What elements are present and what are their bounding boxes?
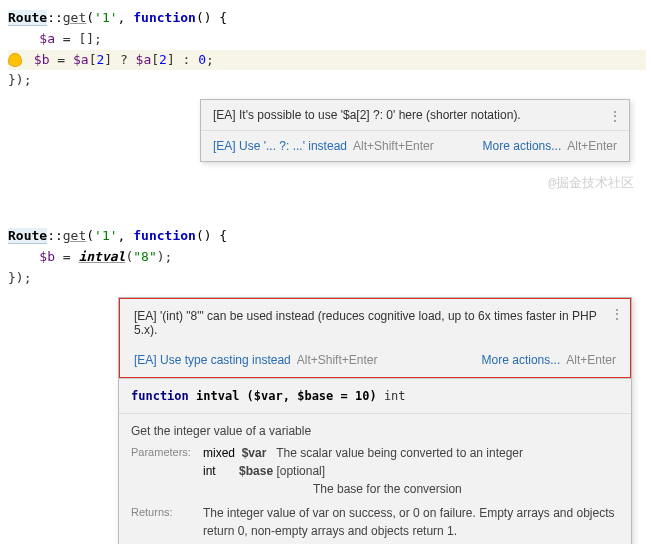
kebab-icon[interactable]: ⋮ xyxy=(610,306,623,322)
quickfix-link[interactable]: [EA] Use '... ?: ...' instead xyxy=(213,139,347,153)
shortcut-label: Alt+Shift+Enter xyxy=(353,139,434,153)
highlighted-line[interactable]: $b = $a[2] ? $a[2] : 0; xyxy=(8,50,646,71)
highlighted-quickfix: ⋮ [EA] '(int) "8"' can be used instead (… xyxy=(119,298,631,378)
kebab-icon[interactable]: ⋮ xyxy=(608,108,621,124)
method-get: get xyxy=(63,228,86,243)
code-line: $b = intval("8"); xyxy=(8,247,646,268)
code-line: Route::get('1', function() { xyxy=(8,226,646,247)
lightbulb-icon[interactable] xyxy=(8,53,22,67)
shortcut-label: Alt+Shift+Enter xyxy=(297,353,378,367)
more-actions-link[interactable]: More actions... xyxy=(482,353,561,367)
doc-parameters: Parameters: mixed $var The scalar value … xyxy=(119,444,631,504)
code-line: }); xyxy=(8,268,646,289)
inspection-popup-1: ⋮ [EA] It's possible to use '$a[2] ?: 0'… xyxy=(200,99,630,162)
quickfix-link[interactable]: [EA] Use type casting instead xyxy=(134,353,291,367)
more-actions-link[interactable]: More actions... xyxy=(483,139,562,153)
code-block-1: Route::get('1', function() { $a = []; $b… xyxy=(0,4,654,95)
class-route: Route xyxy=(8,10,47,26)
watermark-text: @掘金技术社区 xyxy=(548,174,634,192)
doc-summary: Get the integer value of a variable xyxy=(119,414,631,444)
code-block-2: Route::get('1', function() { $b = intval… xyxy=(0,222,654,292)
code-line: Route::get('1', function() { xyxy=(8,8,646,29)
shortcut-label: Alt+Enter xyxy=(566,353,616,367)
doc-returns: Returns: The integer value of var on suc… xyxy=(119,504,631,544)
code-line: }); xyxy=(8,70,646,91)
inspection-message: [EA] It's possible to use '$a[2] ?: 0' h… xyxy=(213,108,521,122)
documentation-panel: function intval ($var, $base = 10) int G… xyxy=(119,378,631,544)
code-line: $a = []; xyxy=(8,29,646,50)
shortcut-label: Alt+Enter xyxy=(567,139,617,153)
class-route: Route xyxy=(8,228,47,244)
method-get: get xyxy=(63,10,86,25)
inspection-message: [EA] '(int) "8"' can be used instead (re… xyxy=(134,309,616,337)
intval-call: intval xyxy=(78,249,125,264)
function-signature: function intval ($var, $base = 10) int xyxy=(119,379,631,414)
inspection-popup-2: ⋮ [EA] '(int) "8"' can be used instead (… xyxy=(118,297,632,544)
